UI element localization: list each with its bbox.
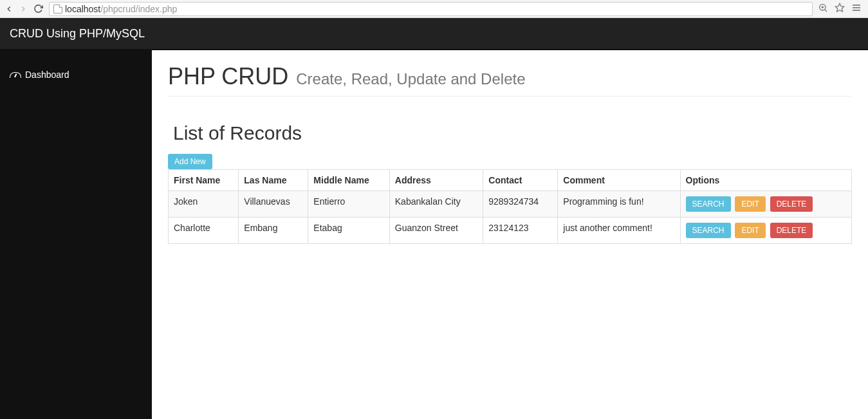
table-header-row: First Name Las Name Middle Name Address …: [169, 170, 852, 191]
cell-last-name: Embang: [239, 218, 308, 244]
dashboard-icon: [10, 71, 20, 79]
main-content: PHP CRUD Create, Read, Update and Delete…: [152, 50, 868, 419]
delete-button[interactable]: DELETE: [770, 223, 813, 238]
th-middle-name: Middle Name: [308, 170, 389, 191]
cell-middle-name: Entierro: [308, 191, 389, 218]
table-row: Charlotte Embang Etabag Guanzon Street 2…: [169, 218, 852, 244]
edit-button[interactable]: EDIT: [735, 223, 765, 238]
delete-button[interactable]: DELETE: [770, 196, 813, 212]
cell-address: Kabankalan City: [389, 191, 483, 218]
page-title: PHP CRUD: [168, 63, 288, 89]
cell-middle-name: Etabag: [308, 218, 389, 244]
top-navbar: CRUD Using PHP/MySQL: [0, 18, 868, 50]
add-new-button[interactable]: Add New: [168, 154, 212, 169]
cell-comment: just another comment!: [558, 218, 680, 244]
page-header: PHP CRUD Create, Read, Update and Delete: [168, 63, 852, 97]
layout: Dashboard PHP CRUD Create, Read, Update …: [0, 50, 868, 419]
cell-options: SEARCH EDIT DELETE: [680, 218, 851, 244]
browser-toolbar: localhost/phpcrud/index.php: [0, 0, 868, 18]
cell-last-name: Villanuevas: [239, 191, 308, 218]
search-button[interactable]: SEARCH: [686, 196, 731, 212]
zoom-icon[interactable]: [818, 3, 828, 15]
page-icon: [53, 5, 62, 14]
edit-button[interactable]: EDIT: [735, 196, 765, 212]
search-button[interactable]: SEARCH: [686, 223, 731, 238]
page-subtitle-small: Create, Read, Update and Delete: [296, 70, 525, 88]
forward-button[interactable]: [18, 4, 28, 14]
add-new-wrap: Add New: [168, 154, 852, 169]
th-comment: Comment: [558, 170, 680, 191]
menu-icon[interactable]: [851, 3, 862, 15]
th-options: Options: [680, 170, 851, 191]
cell-first-name: Joken: [169, 191, 239, 218]
cell-contact: 9289324734: [483, 191, 558, 218]
th-address: Address: [389, 170, 483, 191]
cell-first-name: Charlotte: [169, 218, 239, 244]
svg-marker-4: [835, 3, 844, 12]
cell-options: SEARCH EDIT DELETE: [680, 191, 851, 218]
section-title: List of Records: [173, 122, 852, 144]
back-button[interactable]: [4, 4, 14, 14]
nav-arrows: [4, 3, 44, 15]
sidebar: Dashboard: [0, 50, 152, 419]
bookmark-star-icon[interactable]: [835, 3, 845, 15]
sidebar-item-dashboard[interactable]: Dashboard: [0, 63, 152, 86]
browser-right-controls: [818, 3, 864, 15]
table-row: Joken Villanuevas Entierro Kabankalan Ci…: [169, 191, 852, 218]
records-table: First Name Las Name Middle Name Address …: [168, 169, 852, 244]
reload-button[interactable]: [32, 3, 44, 15]
cell-contact: 23124123: [483, 218, 558, 244]
th-last-name: Las Name: [239, 170, 308, 191]
cell-address: Guanzon Street: [389, 218, 483, 244]
url-text: localhost/phpcrud/index.php: [65, 4, 177, 14]
th-contact: Contact: [483, 170, 558, 191]
address-bar[interactable]: localhost/phpcrud/index.php: [49, 2, 813, 16]
navbar-brand[interactable]: CRUD Using PHP/MySQL: [10, 27, 145, 41]
th-first-name: First Name: [169, 170, 239, 191]
cell-comment: Programming is fun!: [558, 191, 680, 218]
svg-line-1: [825, 9, 827, 11]
sidebar-item-label: Dashboard: [25, 70, 69, 80]
